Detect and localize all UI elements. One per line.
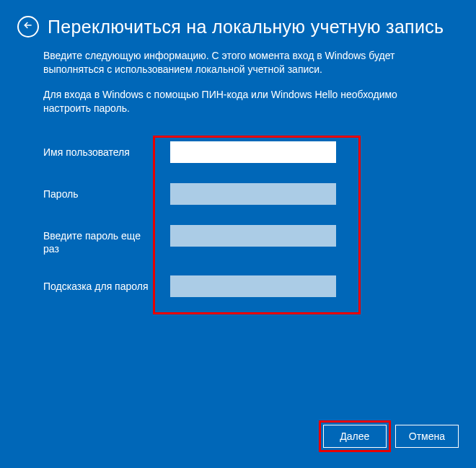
next-button[interactable]: Далее: [323, 425, 387, 448]
confirm-password-input[interactable]: [170, 225, 336, 247]
label-confirm: Введите пароль еще раз: [43, 225, 151, 255]
username-input[interactable]: [170, 141, 336, 163]
row-hint: Подсказка для пароля: [43, 275, 433, 297]
form-area: Имя пользователя Пароль Введите пароль е…: [43, 141, 433, 297]
header: Переключиться на локальную учетную запис…: [0, 0, 476, 43]
row-password: Пароль: [43, 183, 433, 205]
page-title: Переключиться на локальную учетную запис…: [48, 17, 444, 37]
content: Введите следующую информацию. С этого мо…: [0, 43, 476, 297]
row-username: Имя пользователя: [43, 141, 433, 163]
next-button-wrapper: Далее: [323, 425, 387, 448]
description-line-1: Введите следующую информацию. С этого мо…: [43, 49, 433, 76]
password-hint-input[interactable]: [170, 275, 336, 297]
label-username: Имя пользователя: [43, 141, 151, 159]
label-password: Пароль: [43, 183, 151, 200]
cancel-button[interactable]: Отмена: [395, 425, 459, 448]
button-bar: Далее Отмена: [323, 425, 459, 448]
password-input[interactable]: [170, 183, 336, 205]
back-button[interactable]: [17, 16, 39, 37]
description-line-2: Для входа в Windows с помощью ПИН-кода и…: [43, 88, 433, 115]
arrow-left-icon: [22, 19, 34, 34]
label-hint: Подсказка для пароля: [43, 275, 151, 293]
row-confirm: Введите пароль еще раз: [43, 225, 433, 255]
